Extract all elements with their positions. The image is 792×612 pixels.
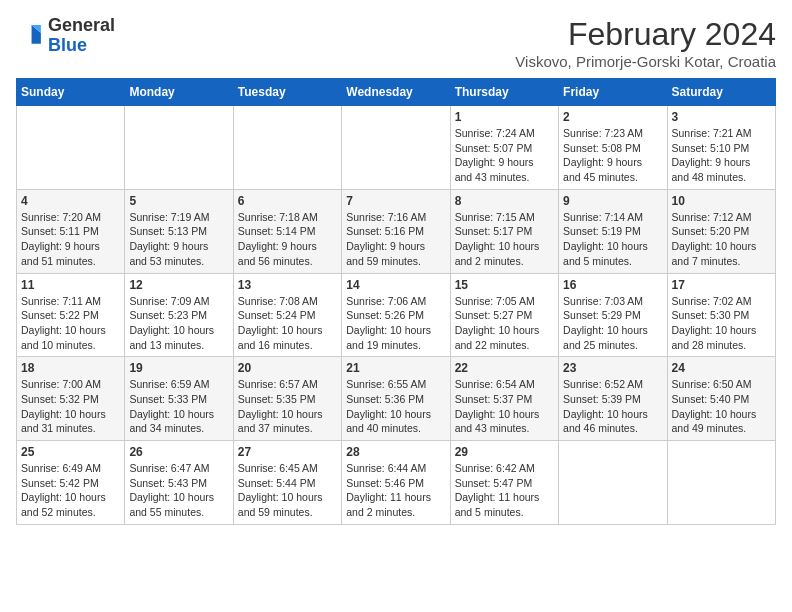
calendar-table: SundayMondayTuesdayWednesdayThursdayFrid… xyxy=(16,78,776,525)
day-of-week-header: Tuesday xyxy=(233,79,341,106)
day-number: 10 xyxy=(672,194,771,208)
calendar-cell: 20Sunrise: 6:57 AM Sunset: 5:35 PM Dayli… xyxy=(233,357,341,441)
calendar-cell: 7Sunrise: 7:16 AM Sunset: 5:16 PM Daylig… xyxy=(342,189,450,273)
day-number: 24 xyxy=(672,361,771,375)
day-info: Sunrise: 7:21 AM Sunset: 5:10 PM Dayligh… xyxy=(672,126,771,185)
calendar-cell: 26Sunrise: 6:47 AM Sunset: 5:43 PM Dayli… xyxy=(125,441,233,525)
day-info: Sunrise: 7:09 AM Sunset: 5:23 PM Dayligh… xyxy=(129,294,228,353)
day-number: 25 xyxy=(21,445,120,459)
month-title: February 2024 xyxy=(515,16,776,53)
calendar-cell: 21Sunrise: 6:55 AM Sunset: 5:36 PM Dayli… xyxy=(342,357,450,441)
calendar-header-row: SundayMondayTuesdayWednesdayThursdayFrid… xyxy=(17,79,776,106)
location-subtitle: Viskovo, Primorje-Gorski Kotar, Croatia xyxy=(515,53,776,70)
day-number: 5 xyxy=(129,194,228,208)
day-info: Sunrise: 7:00 AM Sunset: 5:32 PM Dayligh… xyxy=(21,377,120,436)
calendar-week-row: 18Sunrise: 7:00 AM Sunset: 5:32 PM Dayli… xyxy=(17,357,776,441)
day-info: Sunrise: 6:55 AM Sunset: 5:36 PM Dayligh… xyxy=(346,377,445,436)
day-info: Sunrise: 7:12 AM Sunset: 5:20 PM Dayligh… xyxy=(672,210,771,269)
calendar-cell: 23Sunrise: 6:52 AM Sunset: 5:39 PM Dayli… xyxy=(559,357,667,441)
calendar-cell: 29Sunrise: 6:42 AM Sunset: 5:47 PM Dayli… xyxy=(450,441,558,525)
day-number: 29 xyxy=(455,445,554,459)
day-number: 20 xyxy=(238,361,337,375)
day-number: 9 xyxy=(563,194,662,208)
day-of-week-header: Sunday xyxy=(17,79,125,106)
day-number: 18 xyxy=(21,361,120,375)
day-number: 8 xyxy=(455,194,554,208)
day-number: 26 xyxy=(129,445,228,459)
day-info: Sunrise: 6:52 AM Sunset: 5:39 PM Dayligh… xyxy=(563,377,662,436)
day-info: Sunrise: 7:18 AM Sunset: 5:14 PM Dayligh… xyxy=(238,210,337,269)
day-info: Sunrise: 6:54 AM Sunset: 5:37 PM Dayligh… xyxy=(455,377,554,436)
logo-blue-text: Blue xyxy=(48,36,115,56)
day-info: Sunrise: 6:49 AM Sunset: 5:42 PM Dayligh… xyxy=(21,461,120,520)
calendar-cell: 4Sunrise: 7:20 AM Sunset: 5:11 PM Daylig… xyxy=(17,189,125,273)
logo-icon xyxy=(16,22,44,50)
day-number: 28 xyxy=(346,445,445,459)
calendar-cell: 16Sunrise: 7:03 AM Sunset: 5:29 PM Dayli… xyxy=(559,273,667,357)
day-number: 14 xyxy=(346,278,445,292)
day-of-week-header: Thursday xyxy=(450,79,558,106)
calendar-cell xyxy=(17,106,125,190)
calendar-cell: 9Sunrise: 7:14 AM Sunset: 5:19 PM Daylig… xyxy=(559,189,667,273)
day-number: 15 xyxy=(455,278,554,292)
calendar-cell: 28Sunrise: 6:44 AM Sunset: 5:46 PM Dayli… xyxy=(342,441,450,525)
day-info: Sunrise: 6:45 AM Sunset: 5:44 PM Dayligh… xyxy=(238,461,337,520)
day-number: 1 xyxy=(455,110,554,124)
calendar-cell: 6Sunrise: 7:18 AM Sunset: 5:14 PM Daylig… xyxy=(233,189,341,273)
day-number: 2 xyxy=(563,110,662,124)
day-of-week-header: Friday xyxy=(559,79,667,106)
day-info: Sunrise: 7:11 AM Sunset: 5:22 PM Dayligh… xyxy=(21,294,120,353)
day-of-week-header: Wednesday xyxy=(342,79,450,106)
day-info: Sunrise: 7:15 AM Sunset: 5:17 PM Dayligh… xyxy=(455,210,554,269)
day-number: 11 xyxy=(21,278,120,292)
day-info: Sunrise: 7:14 AM Sunset: 5:19 PM Dayligh… xyxy=(563,210,662,269)
calendar-cell: 22Sunrise: 6:54 AM Sunset: 5:37 PM Dayli… xyxy=(450,357,558,441)
calendar-cell: 14Sunrise: 7:06 AM Sunset: 5:26 PM Dayli… xyxy=(342,273,450,357)
calendar-cell: 12Sunrise: 7:09 AM Sunset: 5:23 PM Dayli… xyxy=(125,273,233,357)
day-number: 17 xyxy=(672,278,771,292)
calendar-week-row: 25Sunrise: 6:49 AM Sunset: 5:42 PM Dayli… xyxy=(17,441,776,525)
day-info: Sunrise: 6:50 AM Sunset: 5:40 PM Dayligh… xyxy=(672,377,771,436)
day-of-week-header: Monday xyxy=(125,79,233,106)
day-number: 7 xyxy=(346,194,445,208)
day-info: Sunrise: 7:20 AM Sunset: 5:11 PM Dayligh… xyxy=(21,210,120,269)
calendar-cell xyxy=(125,106,233,190)
calendar-cell: 2Sunrise: 7:23 AM Sunset: 5:08 PM Daylig… xyxy=(559,106,667,190)
logo-general-text: General xyxy=(48,16,115,36)
day-info: Sunrise: 6:44 AM Sunset: 5:46 PM Dayligh… xyxy=(346,461,445,520)
calendar-cell: 24Sunrise: 6:50 AM Sunset: 5:40 PM Dayli… xyxy=(667,357,775,441)
day-number: 12 xyxy=(129,278,228,292)
day-info: Sunrise: 6:59 AM Sunset: 5:33 PM Dayligh… xyxy=(129,377,228,436)
day-info: Sunrise: 7:16 AM Sunset: 5:16 PM Dayligh… xyxy=(346,210,445,269)
calendar-cell: 19Sunrise: 6:59 AM Sunset: 5:33 PM Dayli… xyxy=(125,357,233,441)
day-info: Sunrise: 6:47 AM Sunset: 5:43 PM Dayligh… xyxy=(129,461,228,520)
calendar-cell: 13Sunrise: 7:08 AM Sunset: 5:24 PM Dayli… xyxy=(233,273,341,357)
calendar-cell: 11Sunrise: 7:11 AM Sunset: 5:22 PM Dayli… xyxy=(17,273,125,357)
day-number: 22 xyxy=(455,361,554,375)
day-of-week-header: Saturday xyxy=(667,79,775,106)
calendar-cell: 15Sunrise: 7:05 AM Sunset: 5:27 PM Dayli… xyxy=(450,273,558,357)
day-info: Sunrise: 7:23 AM Sunset: 5:08 PM Dayligh… xyxy=(563,126,662,185)
day-info: Sunrise: 7:06 AM Sunset: 5:26 PM Dayligh… xyxy=(346,294,445,353)
calendar-cell: 27Sunrise: 6:45 AM Sunset: 5:44 PM Dayli… xyxy=(233,441,341,525)
day-info: Sunrise: 7:05 AM Sunset: 5:27 PM Dayligh… xyxy=(455,294,554,353)
day-info: Sunrise: 7:08 AM Sunset: 5:24 PM Dayligh… xyxy=(238,294,337,353)
day-number: 6 xyxy=(238,194,337,208)
calendar-cell: 3Sunrise: 7:21 AM Sunset: 5:10 PM Daylig… xyxy=(667,106,775,190)
header: General Blue February 2024 Viskovo, Prim… xyxy=(16,16,776,70)
day-info: Sunrise: 7:24 AM Sunset: 5:07 PM Dayligh… xyxy=(455,126,554,185)
day-number: 19 xyxy=(129,361,228,375)
day-number: 21 xyxy=(346,361,445,375)
calendar-cell xyxy=(342,106,450,190)
day-info: Sunrise: 6:42 AM Sunset: 5:47 PM Dayligh… xyxy=(455,461,554,520)
calendar-cell: 17Sunrise: 7:02 AM Sunset: 5:30 PM Dayli… xyxy=(667,273,775,357)
calendar-cell: 8Sunrise: 7:15 AM Sunset: 5:17 PM Daylig… xyxy=(450,189,558,273)
day-info: Sunrise: 7:19 AM Sunset: 5:13 PM Dayligh… xyxy=(129,210,228,269)
calendar-cell xyxy=(559,441,667,525)
calendar-cell: 5Sunrise: 7:19 AM Sunset: 5:13 PM Daylig… xyxy=(125,189,233,273)
calendar-cell: 18Sunrise: 7:00 AM Sunset: 5:32 PM Dayli… xyxy=(17,357,125,441)
calendar-cell xyxy=(233,106,341,190)
calendar-week-row: 1Sunrise: 7:24 AM Sunset: 5:07 PM Daylig… xyxy=(17,106,776,190)
day-number: 23 xyxy=(563,361,662,375)
day-number: 27 xyxy=(238,445,337,459)
